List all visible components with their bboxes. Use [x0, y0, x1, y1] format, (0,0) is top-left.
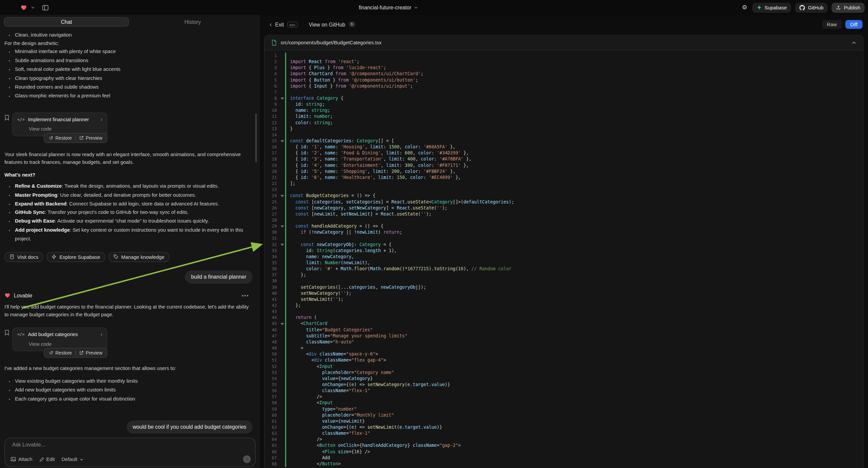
- fold-toggle-icon[interactable]: [279, 193, 285, 199]
- code-line: 30 if (!newCategory || !newLimit) return…: [265, 229, 863, 235]
- code-text: };: [285, 272, 863, 278]
- line-number: 14: [265, 132, 279, 138]
- code-line: 11 limit: number;: [265, 114, 863, 119]
- diff-toggle-button[interactable]: Diff: [845, 20, 863, 29]
- send-button[interactable]: ↑: [243, 455, 251, 463]
- fold-toggle-icon[interactable]: [279, 223, 285, 229]
- card-actions-toolbar: ↺ Restore Preview: [44, 348, 107, 357]
- edit-card-row-1: </> Implement financial planner › View c…: [4, 113, 252, 136]
- list-item: Refine & Customize: Tweak the design, an…: [15, 182, 253, 191]
- topbar-right: ⚙ Supabase GitHub Publish: [741, 0, 865, 15]
- chat-composer: Attach Edit Default ↑: [4, 437, 256, 467]
- code-file-container: src/components/budget/BudgetCategories.t…: [264, 35, 864, 468]
- view-code-link[interactable]: View code: [29, 340, 102, 348]
- line-number: 63: [265, 430, 279, 436]
- attach-label: Attach: [18, 457, 32, 462]
- user-message-row-2: would be cool if you could add budget ca…: [4, 420, 252, 434]
- view-on-github-control[interactable]: View on GitHub 6: [309, 22, 355, 28]
- code-line: 46 title="Budget Categories": [265, 327, 863, 333]
- supabase-button[interactable]: Supabase: [752, 2, 791, 12]
- fold-gutter: [279, 199, 285, 205]
- code-text: const defaultCategories: Category[] = [: [285, 138, 863, 144]
- attach-button[interactable]: Attach: [10, 457, 32, 462]
- code-text: name: newCategory,: [285, 254, 863, 260]
- code-line: 21 { id: '6', name: 'Healthcare', limit:…: [265, 175, 863, 181]
- code-line: 2import React from 'react';: [265, 59, 863, 65]
- chevron-right-icon: ›: [101, 332, 103, 337]
- edit-card-implement-financial-planner[interactable]: </> Implement financial planner › View c…: [12, 113, 107, 136]
- pencil-icon: [39, 457, 44, 462]
- line-number: 57: [265, 394, 279, 400]
- list-item: Glass-morphic elements for a premium fee…: [15, 91, 253, 100]
- github-button[interactable]: GitHub: [795, 2, 828, 12]
- file-header[interactable]: src/components/budget/BudgetCategories.t…: [265, 36, 863, 51]
- chat-transcript[interactable]: Clean, intuitive navigation For the desi…: [0, 29, 259, 436]
- model-selector-button[interactable]: Default: [61, 457, 83, 462]
- visit-docs-button[interactable]: Visit docs: [4, 252, 43, 262]
- fold-gutter: [279, 175, 285, 181]
- user-message-row-1: build a financial planner: [4, 270, 252, 283]
- edit-card-add-budget-categories[interactable]: </> Add budget categories › View code ↺ …: [12, 327, 107, 351]
- code-line: 12 color: string;: [265, 119, 863, 125]
- code-editor[interactable]: 12import React from 'react';3import { Pl…: [265, 50, 863, 468]
- chevron-right-icon: ›: [101, 117, 103, 122]
- fold-gutter: [279, 53, 285, 59]
- fold-toggle-icon[interactable]: [279, 138, 285, 144]
- code-line: 67 Add: [265, 455, 863, 461]
- line-number: 55: [265, 382, 279, 388]
- toggle-sidebar-icon[interactable]: [42, 4, 49, 11]
- edit-mode-button[interactable]: Edit: [39, 457, 55, 462]
- user-message-bubble: would be cool if you could add budget ca…: [126, 420, 252, 434]
- tab-chat[interactable]: Chat: [4, 17, 129, 27]
- collapse-file-button[interactable]: [851, 40, 857, 45]
- line-number: 25: [265, 199, 279, 205]
- assistant-added-intro: I've added a new budget categories manag…: [4, 364, 252, 372]
- line-number: 21: [265, 175, 279, 181]
- raw-toggle-button[interactable]: Raw: [822, 20, 842, 29]
- line-number: 23: [265, 187, 279, 193]
- fold-gutter: [279, 376, 285, 382]
- code-line: 38: [265, 278, 863, 284]
- restore-button[interactable]: ↺ Restore: [45, 349, 75, 356]
- fold-toggle-icon[interactable]: [279, 241, 285, 247]
- code-line: 48 className="h-auto": [265, 339, 863, 345]
- list-item: Subtle animations and transitions: [15, 56, 253, 65]
- code-line: 1: [265, 53, 863, 59]
- project-switcher[interactable]: financial-future-creator: [359, 0, 418, 15]
- line-number: 52: [265, 363, 279, 369]
- code-line: 6import { Input } from '@/components/ui/…: [265, 83, 863, 89]
- line-number: 49: [265, 345, 279, 351]
- bookmark-icon[interactable]: [4, 329, 9, 335]
- preview-label: Preview: [86, 135, 102, 141]
- fold-toggle-icon[interactable]: [279, 95, 285, 101]
- github-label: GitHub: [808, 5, 824, 10]
- manage-knowledge-button[interactable]: Manage knowledge: [108, 252, 169, 262]
- view-code-link[interactable]: View code: [29, 125, 102, 133]
- list-item: Clean typography with clear hierarchies: [15, 74, 253, 82]
- lovable-logo-heart-icon[interactable]: [21, 4, 27, 11]
- chat-input[interactable]: [11, 441, 249, 448]
- exit-control[interactable]: ‹ Exit esc: [270, 22, 298, 28]
- fold-toggle-icon[interactable]: [279, 321, 285, 327]
- preview-button[interactable]: Preview: [76, 134, 106, 142]
- line-number: 51: [265, 357, 279, 363]
- explore-supabase-button[interactable]: Explore Supabase: [46, 252, 105, 262]
- code-line: 61 value={newLimit}: [265, 418, 863, 425]
- settings-gear-icon[interactable]: ⚙: [741, 4, 749, 11]
- workspace-chevron-down-icon[interactable]: [31, 5, 35, 9]
- chat-scrollbar[interactable]: [255, 114, 257, 162]
- publish-button[interactable]: Publish: [832, 2, 865, 12]
- fold-gutter: [279, 339, 285, 345]
- restore-button[interactable]: ↺ Restore: [45, 134, 75, 142]
- preview-button[interactable]: Preview: [76, 349, 106, 356]
- fold-gutter: [279, 89, 285, 95]
- line-number: 8: [265, 95, 279, 101]
- line-number: 28: [265, 217, 279, 223]
- bookmark-icon[interactable]: [4, 115, 9, 121]
- code-line: 25 const [categories, setCategories] = R…: [265, 199, 863, 205]
- code-line: 24const BudgetCategories = () => {: [265, 193, 863, 199]
- tab-history[interactable]: History: [130, 17, 255, 27]
- line-number: 36: [265, 266, 279, 272]
- message-menu-icon[interactable]: •••: [238, 292, 252, 299]
- code-line: 3import { Plus } from 'lucide-react';: [265, 65, 863, 71]
